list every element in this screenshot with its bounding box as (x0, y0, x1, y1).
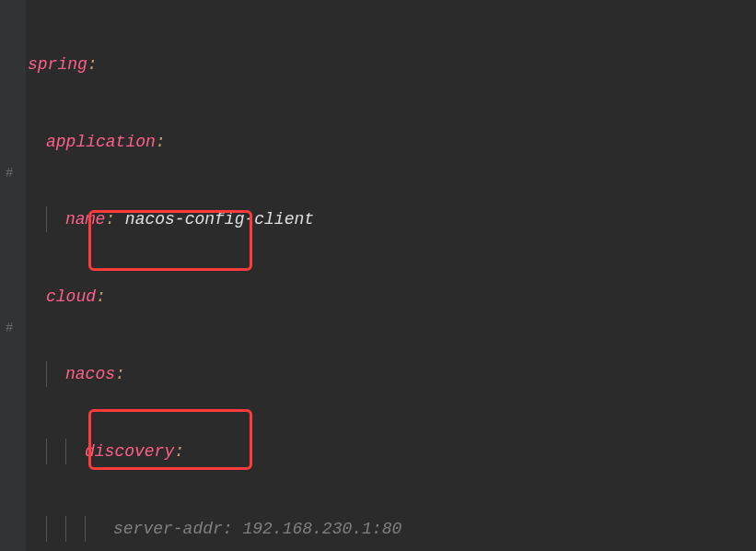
yaml-line: cloud: (28, 284, 729, 310)
gutter-hash-icon: # (6, 315, 13, 341)
gutter-hash-icon: # (6, 160, 13, 186)
yaml-key: discovery (85, 439, 174, 464)
yaml-line: name: nacos-config-client (28, 206, 729, 232)
editor-gutter: # # (0, 0, 26, 551)
yaml-key: spring (28, 52, 87, 77)
yaml-line: discovery: (28, 439, 729, 464)
yaml-line: application: (28, 129, 729, 155)
colon: : (174, 439, 184, 464)
yaml-key: application (46, 129, 156, 155)
colon: : (156, 129, 166, 155)
code-editor[interactable]: spring: application: name: nacos-config-… (28, 0, 729, 551)
colon: : (115, 361, 125, 387)
yaml-key: cloud (46, 284, 96, 310)
yaml-line: nacos: (28, 361, 729, 387)
yaml-line: spring: (28, 52, 729, 77)
yaml-key: name (65, 206, 105, 232)
yaml-comment: server-addr: 192.168.230.1:80 (113, 516, 401, 542)
yaml-line: server-addr: 192.168.230.1:80 (28, 516, 729, 542)
colon: : (105, 206, 115, 232)
colon: : (87, 52, 98, 77)
yaml-key: nacos (65, 361, 115, 387)
yaml-value (115, 206, 125, 232)
colon: : (96, 284, 106, 310)
yaml-value: nacos-config-client (125, 206, 314, 232)
